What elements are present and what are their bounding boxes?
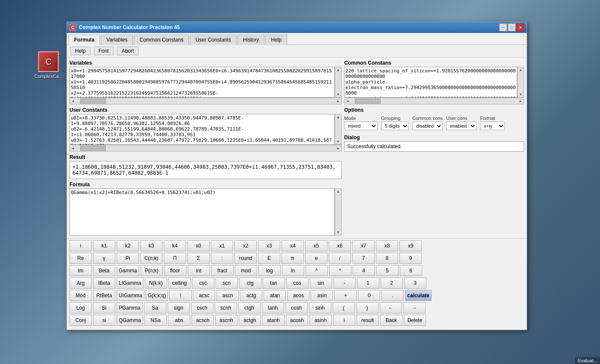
key-e-char[interactable]: e xyxy=(305,253,327,264)
key-cosh[interactable]: cosh xyxy=(285,302,308,313)
tab-user-constants[interactable]: User Constants xyxy=(190,35,237,45)
tab-common-constans[interactable]: Common Constans xyxy=(134,35,189,45)
key-4[interactable]: 4 xyxy=(353,265,375,276)
key-sa[interactable]: Sa xyxy=(144,302,166,313)
key-mod-upper[interactable]: Mod xyxy=(69,290,92,301)
common-constans-textarea[interactable] xyxy=(344,67,517,98)
key-acos[interactable]: acos xyxy=(287,290,309,301)
key-ascn[interactable]: ascn xyxy=(216,290,239,301)
key-dot[interactable]: . xyxy=(381,290,404,301)
key-ibeta[interactable]: IBeta xyxy=(93,277,115,289)
key-ln[interactable]: ln xyxy=(282,265,304,276)
key-int[interactable]: int xyxy=(188,265,210,276)
key-arg[interactable]: Arg xyxy=(69,277,92,289)
key-sinh[interactable]: sinh xyxy=(309,302,331,313)
key-ascnh[interactable]: ascnh xyxy=(215,315,237,326)
key-k4[interactable]: k4 xyxy=(164,240,186,251)
key-csc[interactable]: csc xyxy=(192,277,214,289)
format-select[interactable]: x+iy r∠φ r·e^iφ xyxy=(480,122,505,130)
key-x4[interactable]: x4 xyxy=(282,240,304,251)
desktop-icon[interactable]: C ComplexCa... xyxy=(34,51,63,79)
key-gkq[interactable]: G(k;k;q) xyxy=(146,290,168,301)
key-k1[interactable]: k1 xyxy=(93,240,115,251)
key-floor[interactable]: floor xyxy=(164,265,186,276)
key-e-upper[interactable]: E xyxy=(258,253,280,264)
key-fract[interactable]: fract xyxy=(211,265,234,276)
key-9[interactable]: 9 xyxy=(399,253,422,264)
help-button[interactable]: Help xyxy=(70,47,90,55)
key-tanh[interactable]: tanh xyxy=(262,302,284,313)
font-button[interactable]: Font xyxy=(94,47,114,55)
key-nsa[interactable]: NSa xyxy=(144,315,167,326)
key-colon[interactable]: : xyxy=(211,253,233,264)
key-tan[interactable]: tan xyxy=(263,277,285,289)
user-constants-hscroll[interactable] xyxy=(69,145,342,152)
key-cos[interactable]: cos xyxy=(286,277,309,289)
user-constants-textarea[interactable] xyxy=(69,114,335,145)
key-sigma[interactable]: Σ xyxy=(187,253,210,264)
close-button[interactable]: ✕ xyxy=(516,24,524,31)
user-cons-select[interactable]: enabled disabled xyxy=(446,122,477,130)
key-si[interactable]: Si xyxy=(93,302,115,313)
key-i[interactable]: i xyxy=(69,240,92,251)
key-asin[interactable]: asin xyxy=(311,290,333,301)
key-left-arrow[interactable]: ← xyxy=(380,302,402,313)
key-abs[interactable]: abs xyxy=(168,315,190,326)
minimize-button[interactable]: ─ xyxy=(499,24,507,31)
key-atan[interactable]: atan xyxy=(264,290,286,301)
key-result[interactable]: result xyxy=(357,315,379,326)
key-x7[interactable]: x7 xyxy=(352,240,375,251)
variables-vscroll[interactable] xyxy=(335,67,342,98)
key-factorial[interactable]: ! xyxy=(169,290,192,301)
key-pi-symbol[interactable]: Π xyxy=(164,253,186,264)
key-divide[interactable]: / xyxy=(329,253,351,264)
key-uigamma[interactable]: UIGamma xyxy=(117,290,144,301)
common-constans-hscroll[interactable] xyxy=(344,98,524,104)
key-2[interactable]: 2 xyxy=(381,277,403,289)
tab-history[interactable]: History xyxy=(237,35,264,45)
key-acsc[interactable]: acsc xyxy=(193,290,215,301)
key-acosh[interactable]: acosh xyxy=(286,315,308,326)
key-si-lower[interactable]: si xyxy=(93,315,115,326)
key-rparen[interactable]: ) xyxy=(356,302,378,313)
key-sin[interactable]: sin xyxy=(310,277,332,289)
key-ctgh[interactable]: ctgh xyxy=(238,302,261,313)
key-gamma-lower[interactable]: γ xyxy=(93,253,115,264)
key-pgamma[interactable]: PGamma xyxy=(117,302,143,313)
key-5[interactable]: 5 xyxy=(376,265,399,276)
maximize-button[interactable]: □ xyxy=(508,24,516,31)
key-minus[interactable]: - xyxy=(333,277,356,289)
tab-variables[interactable]: Variables xyxy=(101,35,133,45)
key-qgamma[interactable]: QGamma xyxy=(117,315,143,326)
key-nkk[interactable]: N(k;k) xyxy=(145,277,167,289)
common-constans-vscroll[interactable] xyxy=(517,67,524,98)
key-8[interactable]: 8 xyxy=(376,253,398,264)
user-constants-vscroll[interactable] xyxy=(335,114,342,145)
key-x9[interactable]: x9 xyxy=(399,240,422,251)
common-cons-select[interactable]: disabled enabled xyxy=(412,122,443,130)
key-k2[interactable]: k2 xyxy=(117,240,139,251)
key-log-upper[interactable]: Log xyxy=(69,302,92,313)
key-delete[interactable]: Delete xyxy=(404,315,426,326)
key-back[interactable]: Back xyxy=(380,315,402,326)
key-x0[interactable]: x0 xyxy=(187,240,210,251)
key-i-lower[interactable]: i xyxy=(333,315,355,326)
key-ligamma[interactable]: LIGamma xyxy=(117,277,144,289)
key-sign[interactable]: sign xyxy=(168,302,190,313)
key-atanh[interactable]: atanh xyxy=(262,315,285,326)
key-asinh[interactable]: asinh xyxy=(309,315,332,326)
key-7[interactable]: 7 xyxy=(352,253,375,264)
key-ribeta[interactable]: RIBeta xyxy=(93,290,115,301)
mode-select[interactable]: mixed real imaginary complex xyxy=(344,122,378,130)
key-x3[interactable]: x3 xyxy=(258,240,280,251)
tab-formula[interactable]: Formula xyxy=(69,35,100,45)
key-actg[interactable]: actg xyxy=(240,290,262,301)
key-6[interactable]: 6 xyxy=(400,265,422,276)
key-pi-upper[interactable]: Pi xyxy=(117,253,139,264)
key-pnk[interactable]: P(n;k) xyxy=(141,265,163,276)
key-ceiling[interactable]: ceiling xyxy=(168,277,191,289)
key-x6[interactable]: x6 xyxy=(329,240,351,251)
key-3[interactable]: 3 xyxy=(404,277,426,289)
key-log[interactable]: log xyxy=(258,265,281,276)
key-pi-char[interactable]: π xyxy=(282,253,304,264)
